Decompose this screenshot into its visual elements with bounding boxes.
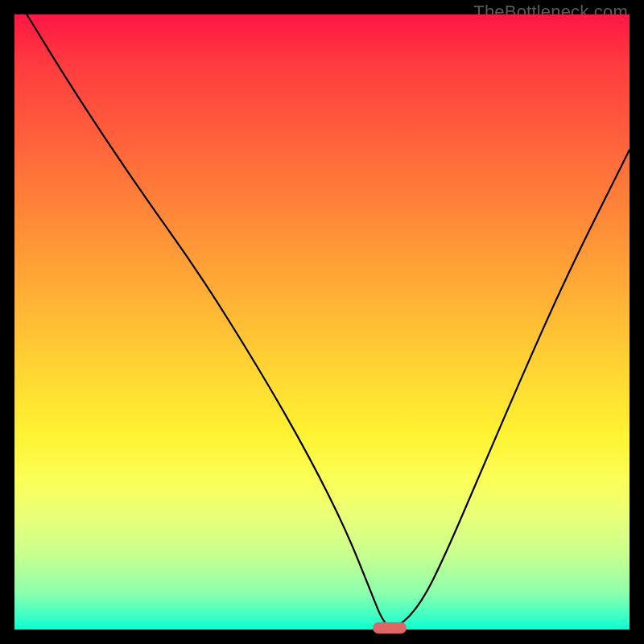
minimum-marker [373, 622, 407, 634]
curve-svg [14, 14, 630, 630]
chart-container: TheBottleneck.com [0, 0, 644, 644]
bottleneck-curve [27, 14, 630, 627]
plot-area [14, 14, 630, 630]
